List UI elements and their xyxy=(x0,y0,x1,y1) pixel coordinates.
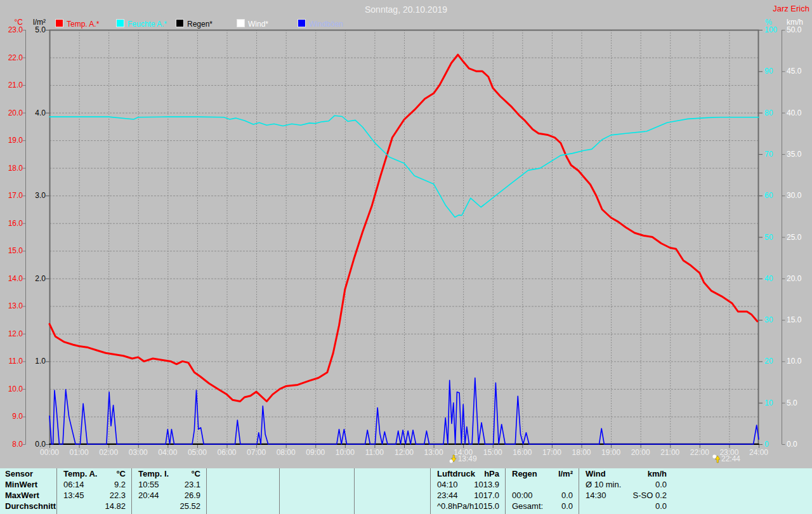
x-tick-label: 07:00 xyxy=(242,448,270,457)
x-tick-label: 12:00 xyxy=(390,448,418,457)
y-tick-temp: 23.0 xyxy=(1,26,23,34)
y-tick-rain: 5.0 xyxy=(24,26,46,34)
x-tick-label: 10:00 xyxy=(331,448,359,457)
table-cell-row xyxy=(355,479,431,490)
summary-table: SensorMinWertMaxWertDurchschnittTemp. A.… xyxy=(0,468,812,514)
table-cell-row: Temp. I.°C xyxy=(132,468,207,479)
table-cell xyxy=(280,490,286,501)
table-cell: 06:14 xyxy=(57,479,84,490)
table-column xyxy=(206,468,280,514)
y-tick-hum: 30 xyxy=(764,316,783,324)
x-tick-label: 17:00 xyxy=(538,448,566,457)
table-column-regen: Regenl/m²00:000.0Gesamt:0.0 xyxy=(505,468,579,514)
y-tick-wind: 10.0 xyxy=(787,357,811,366)
table-column xyxy=(279,468,355,514)
table-cell xyxy=(207,490,213,501)
table-cell-row: 06:149.2 xyxy=(57,479,132,490)
chart-canvas xyxy=(0,0,812,468)
table-cell xyxy=(355,501,361,511)
y-tick-hum: 100 xyxy=(764,26,783,34)
table-cell: 9.2 xyxy=(114,479,132,490)
x-tick-label: 01:00 xyxy=(65,448,93,457)
table-cell xyxy=(579,501,586,511)
y-tick-hum: 70 xyxy=(764,150,783,159)
table-cell: Gesamt: xyxy=(506,501,543,511)
table-cell: 14.82 xyxy=(105,501,132,511)
table-row: MaxWert xyxy=(0,490,56,501)
table-cell: S-SO 0.2 xyxy=(633,490,673,501)
table-cell-row xyxy=(207,479,280,490)
y-tick-temp: 10.0 xyxy=(1,385,23,393)
table-cell xyxy=(355,490,361,501)
table-cell-row: 13:4522.3 xyxy=(57,490,132,501)
table-cell: °C xyxy=(116,468,132,479)
table-cell-row: 14:30S-SO 0.2 xyxy=(579,490,673,501)
table-column xyxy=(354,468,431,514)
table-cell: Ø 10 min. xyxy=(579,479,621,490)
y-tick-wind: 15.0 xyxy=(787,316,811,324)
table-cell: 14:30 xyxy=(579,490,606,501)
table-cell-row: 10:5523.1 xyxy=(132,479,207,490)
table-row-label: Sensor xyxy=(0,468,33,479)
table-cell: 25.52 xyxy=(180,501,207,511)
table-cell: 1013.9 xyxy=(474,479,506,490)
y-tick-wind: 30.0 xyxy=(787,192,811,200)
series-line-feuchte-a- xyxy=(49,115,759,217)
table-cell: l/m² xyxy=(558,468,579,479)
table-cell: ^0.8hPa/h xyxy=(431,501,474,511)
y-tick-temp: 12.0 xyxy=(1,330,23,338)
table-cell-row: 23:441017.0 xyxy=(431,490,506,501)
x-tick-label: 21:00 xyxy=(656,448,684,457)
table-cell-row xyxy=(207,468,280,479)
table-cell: 13:45 xyxy=(57,490,84,501)
x-tick-label: 15:00 xyxy=(479,448,507,457)
y-tick-hum: 90 xyxy=(764,67,783,76)
table-column-tempa: Temp. A.°C06:149.213:4522.314.82 xyxy=(56,468,132,514)
table-cell xyxy=(280,479,286,490)
table-cell xyxy=(355,479,361,490)
table-cell xyxy=(207,479,213,490)
y-tick-hum: 50 xyxy=(764,234,783,242)
table-cell: Wind xyxy=(579,468,606,479)
x-tick-label: 13:00 xyxy=(420,448,448,457)
table-column-luftdruck: LuftdruckhPa04:101013.923:441017.0^0.8hP… xyxy=(430,468,506,514)
y-tick-wind: 35.0 xyxy=(787,150,811,159)
x-tick-label: 00:00 xyxy=(36,448,63,457)
table-cell: °C xyxy=(191,468,207,479)
y-tick-temp: 15.0 xyxy=(1,247,23,255)
table-cell: 26.9 xyxy=(185,490,207,501)
y-tick-rain: 4.0 xyxy=(24,109,46,117)
table-cell: 23.1 xyxy=(185,479,207,490)
table-cell-row xyxy=(506,479,579,490)
x-tick-label: 20:00 xyxy=(627,448,655,457)
table-cell: 10:55 xyxy=(132,479,159,490)
y-tick-wind: 0.0 xyxy=(787,440,811,449)
table-row: MinWert xyxy=(0,479,56,490)
table-cell-row xyxy=(207,501,280,511)
table-cell-row: Temp. A.°C xyxy=(57,468,132,479)
table-cell: km/h xyxy=(648,468,673,479)
y-tick-wind: 5.0 xyxy=(787,399,811,407)
table-cell-row xyxy=(280,490,355,501)
y-tick-hum: 40 xyxy=(764,275,783,283)
y-tick-temp: 22.0 xyxy=(1,54,23,62)
table-cell-row xyxy=(355,468,431,479)
table-cell xyxy=(506,479,512,490)
table-cell xyxy=(280,468,286,479)
table-cell-row: 14.82 xyxy=(57,501,132,511)
y-tick-rain: 2.0 xyxy=(24,275,46,283)
table-cell-row xyxy=(355,490,431,501)
series-line-temp-a- xyxy=(49,55,757,401)
table-cell: 1017.0 xyxy=(474,490,506,501)
moonrise-icon xyxy=(712,454,721,463)
y-tick-hum: 10 xyxy=(764,399,783,407)
x-tick-label: 24:00 xyxy=(745,448,773,457)
y-tick-wind: 20.0 xyxy=(787,275,811,283)
y-tick-rain: 3.0 xyxy=(24,192,46,200)
table-cell-row: 25.52 xyxy=(132,501,207,511)
y-tick-wind: 50.0 xyxy=(787,26,811,34)
x-tick-label: 19:00 xyxy=(597,448,625,457)
table-column-tempi: Temp. I.°C10:5523.120:4426.925.52 xyxy=(131,468,207,514)
x-tick-label: 06:00 xyxy=(213,448,241,457)
y-tick-hum: 60 xyxy=(764,192,783,200)
